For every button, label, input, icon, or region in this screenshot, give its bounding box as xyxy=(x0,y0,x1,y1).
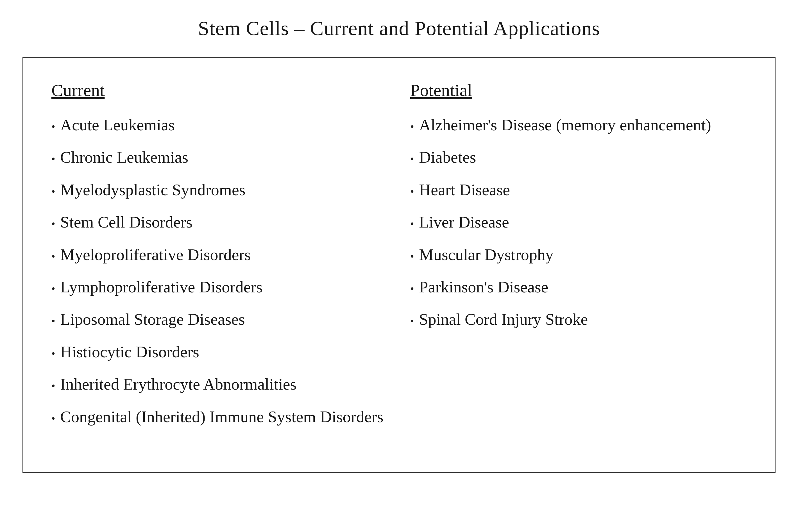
list-item: • Alzheimer's Disease (memory enhancemen… xyxy=(410,114,747,135)
list-item-text: Congenital (Inherited) Immune System Dis… xyxy=(60,406,383,427)
page-title: Stem Cells – Current and Potential Appli… xyxy=(198,17,600,40)
list-item: • Heart Disease xyxy=(410,179,747,200)
potential-header: Potential xyxy=(410,80,747,100)
content-box: Current • Acute Leukemias • Chronic Leuk… xyxy=(22,57,776,473)
list-item-text: Histiocytic Disorders xyxy=(60,341,199,362)
bullet-icon: • xyxy=(51,154,55,164)
list-item: • Histiocytic Disorders xyxy=(51,341,388,362)
list-item-text: Muscular Dystrophy xyxy=(419,244,553,265)
list-item: • Congenital (Inherited) Immune System D… xyxy=(51,406,388,427)
list-item: • Diabetes xyxy=(410,147,747,168)
list-item-text: Liver Disease xyxy=(419,211,509,232)
bullet-icon: • xyxy=(51,121,55,132)
bullet-icon: • xyxy=(51,381,55,391)
list-item-text: Parkinson's Disease xyxy=(419,277,548,298)
list-item-text: Inherited Erythrocyte Abnormalities xyxy=(60,374,296,395)
list-item: • Myelodysplastic Syndromes xyxy=(51,179,388,200)
bullet-icon: • xyxy=(410,251,414,262)
bullet-icon: • xyxy=(410,283,414,294)
list-item: • Stem Cell Disorders xyxy=(51,211,388,232)
list-item-text: Lymphoproliferative Disorders xyxy=(60,277,262,298)
list-item: • Acute Leukemias xyxy=(51,114,388,135)
bullet-icon: • xyxy=(51,348,55,359)
bullet-icon: • xyxy=(51,316,55,326)
current-column: Current • Acute Leukemias • Chronic Leuk… xyxy=(51,80,388,438)
bullet-icon: • xyxy=(410,316,414,326)
bullet-icon: • xyxy=(410,154,414,164)
list-item-text: Acute Leukemias xyxy=(60,114,174,135)
list-item-text: Liposomal Storage Diseases xyxy=(60,309,245,330)
bullet-icon: • xyxy=(51,413,55,424)
list-item: • Parkinson's Disease xyxy=(410,277,747,298)
bullet-icon: • xyxy=(51,186,55,197)
list-item: • Spinal Cord Injury Stroke xyxy=(410,309,747,330)
bullet-icon: • xyxy=(410,186,414,197)
bullet-icon: • xyxy=(410,121,414,132)
bullet-icon: • xyxy=(51,251,55,262)
list-item-text: Diabetes xyxy=(419,147,476,168)
list-item: • Myeloproliferative Disorders xyxy=(51,244,388,265)
list-item: • Inherited Erythrocyte Abnormalities xyxy=(51,374,388,395)
potential-column: Potential • Alzheimer's Disease (memory … xyxy=(410,80,747,438)
list-item-text: Spinal Cord Injury Stroke xyxy=(419,309,588,330)
list-item-text: Myeloproliferative Disorders xyxy=(60,244,250,265)
bullet-icon: • xyxy=(51,283,55,294)
list-item: • Liposomal Storage Diseases xyxy=(51,309,388,330)
list-item: • Liver Disease xyxy=(410,211,747,232)
list-item: • Muscular Dystrophy xyxy=(410,244,747,265)
list-item-text: Myelodysplastic Syndromes xyxy=(60,179,245,200)
bullet-icon: • xyxy=(410,218,414,229)
list-item: • Chronic Leukemias xyxy=(51,147,388,168)
list-item-text: Stem Cell Disorders xyxy=(60,211,192,232)
bullet-icon: • xyxy=(51,218,55,229)
list-item: • Lymphoproliferative Disorders xyxy=(51,277,388,298)
list-item-text: Heart Disease xyxy=(419,179,510,200)
current-header: Current xyxy=(51,80,388,100)
list-item-text: Chronic Leukemias xyxy=(60,147,188,168)
list-item-text: Alzheimer's Disease (memory enhancement) xyxy=(419,114,711,135)
